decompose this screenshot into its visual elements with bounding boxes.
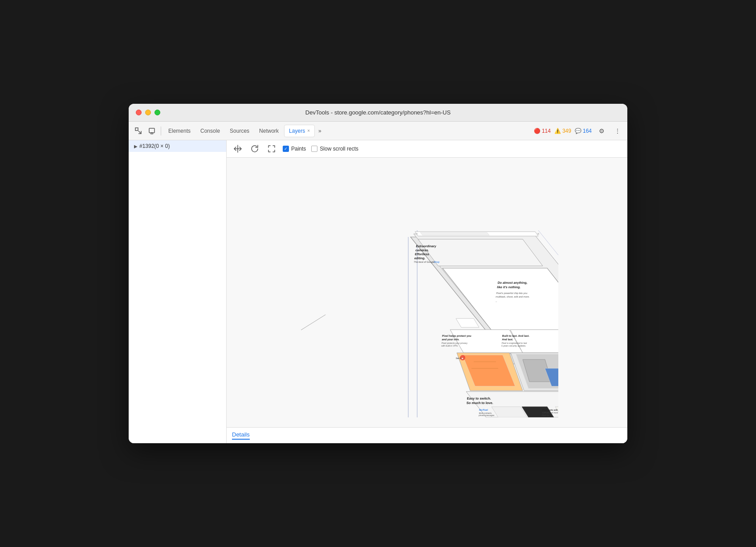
svg-text:Extraordinary: Extraordinary [416, 245, 437, 248]
svg-text:AirPods and most: AirPods and most [542, 412, 558, 414]
svg-text:→: → [495, 300, 497, 303]
svg-text:like it's nothing.: like it's nothing. [497, 286, 521, 289]
svg-text:photos,messages: photos,messages [479, 414, 495, 416]
tab-layers-close[interactable]: × [307, 128, 310, 133]
layers-3d-canvas[interactable]: Extraordinary cameras. Effortless editin… [227, 158, 627, 427]
title-bar: DevTools - store.google.com/category/pho… [129, 104, 627, 122]
svg-rect-0 [135, 128, 138, 131]
tab-console[interactable]: Console [196, 125, 224, 137]
svg-text:5 years security updates.: 5 years security updates. [501, 344, 526, 347]
svg-text:multitask, shoot, edit and mor: multitask, shoot, edit and more. [496, 295, 530, 298]
slow-scroll-checkbox[interactable] [311, 146, 317, 152]
fit-tool-button[interactable] [266, 143, 277, 155]
layers-panel-toolbar: ✓ Paints Slow scroll rects [227, 140, 627, 158]
tab-elements[interactable]: Elements [164, 125, 195, 137]
tree-arrow-icon: ▶ [134, 144, 138, 149]
svg-text:The best of Google,: The best of Google, [414, 261, 436, 263]
warning-icon: ⚠️ [554, 128, 561, 134]
details-bar: Details [227, 427, 627, 443]
svg-text:Do almost anything,: Do almost anything, [497, 281, 528, 285]
layers-sidebar: ▶ #1392(0 × 0) [129, 140, 227, 443]
svg-text:with built-in VPN.: with built-in VPN. [441, 344, 459, 347]
svg-text:Built to last. And last.: Built to last. And last. [502, 335, 530, 337]
details-tab[interactable]: Details [232, 431, 250, 440]
layers-3d-svg: Extraordinary cameras. Effortless editin… [296, 168, 558, 417]
window-title: DevTools - store.google.com/category/pho… [305, 109, 451, 116]
svg-text:Pixel's powerful chip lets you: Pixel's powerful chip lets you [496, 292, 528, 294]
svg-point-16 [537, 233, 539, 235]
more-options-button[interactable]: ⋮ [611, 125, 624, 137]
svg-text:Shop: Shop [434, 261, 440, 263]
more-vert-icon: ⋮ [614, 127, 621, 135]
svg-text:and your info.: and your info. [442, 338, 459, 341]
paints-checkbox[interactable]: ✓ [283, 146, 289, 152]
svg-rect-1 [149, 128, 154, 133]
svg-text:Re:Pixel: Re:Pixel [479, 408, 488, 411]
tab-layers[interactable]: Layers × [284, 125, 315, 137]
tab-network[interactable]: Network [255, 125, 283, 137]
svg-rect-2 [150, 133, 153, 134]
svg-text:▶: ▶ [462, 357, 463, 359]
layers-panel: ✓ Paints Slow scroll rects [227, 140, 627, 443]
error-badge[interactable]: 🔴 114 [534, 128, 551, 134]
toolbar-separator-1 [161, 127, 161, 135]
svg-text:So much to love.: So much to love. [466, 401, 493, 405]
main-content: ▶ #1392(0 × 0) [129, 140, 627, 443]
svg-text:Pixel 2s.: Pixel 2s. [542, 414, 549, 416]
devtools-window: DevTools - store.google.com/category/pho… [129, 104, 627, 443]
svg-point-15 [416, 233, 418, 235]
pan-tool-button[interactable] [232, 143, 244, 155]
close-button[interactable] [136, 110, 142, 115]
gear-icon: ⚙ [599, 127, 605, 135]
svg-text:editing.: editing. [414, 257, 426, 260]
layer-tree-item[interactable]: ▶ #1392(0 × 0) [129, 140, 226, 152]
svg-text:See it: See it [455, 357, 462, 359]
rotate-tool-button[interactable] [249, 143, 260, 155]
svg-text:And last.: And last. [502, 338, 513, 341]
toolbar-right: 🔴 114 ⚠️ 349 💬 164 ⚙ ⋮ [534, 125, 624, 137]
error-icon: 🔴 [534, 128, 541, 134]
svg-text:Pixel works with: Pixel works with [542, 409, 558, 411]
tab-more-button[interactable]: » [316, 126, 324, 136]
devtools-toolbar: Elements Console Sources Network Layers … [129, 122, 627, 140]
settings-button[interactable]: ⚙ [595, 125, 608, 137]
device-toolbar-button[interactable] [146, 125, 158, 137]
svg-text:Pixel helps protect you: Pixel helps protect you [442, 335, 471, 337]
inspect-element-button[interactable] [132, 125, 145, 137]
slow-scroll-option[interactable]: Slow scroll rects [311, 146, 358, 152]
traffic-lights [136, 110, 160, 115]
warning-badge[interactable]: ⚠️ 349 [554, 128, 571, 134]
svg-text:Effortless: Effortless [415, 253, 429, 256]
paints-label: Paints [291, 146, 306, 152]
paints-option[interactable]: ✓ Paints [283, 146, 306, 152]
svg-marker-14 [420, 233, 489, 235]
svg-text:Easy to switch.: Easy to switch. [467, 396, 491, 400]
tab-sources[interactable]: Sources [225, 125, 254, 137]
minimize-button[interactable] [145, 110, 151, 115]
maximize-button[interactable] [154, 110, 160, 115]
info-badge[interactable]: 💬 164 [575, 128, 592, 134]
svg-text:cameras.: cameras. [415, 249, 429, 252]
info-icon: 💬 [575, 128, 581, 134]
slow-scroll-label: Slow scroll rects [320, 146, 358, 152]
